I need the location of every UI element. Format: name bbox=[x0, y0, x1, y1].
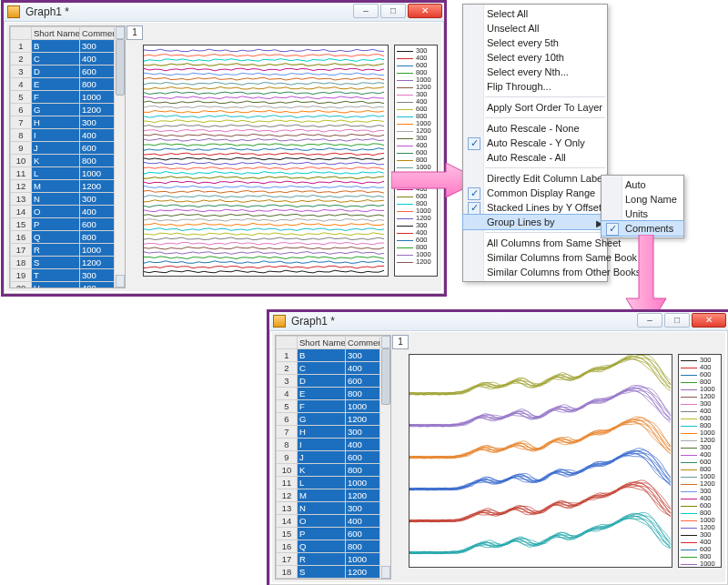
table-row[interactable]: 10K800 bbox=[277, 464, 390, 477]
row-header[interactable]: 20 bbox=[11, 282, 32, 289]
cell[interactable]: Q bbox=[298, 540, 346, 553]
table-row[interactable]: 8I400 bbox=[277, 439, 390, 451]
cell[interactable]: B bbox=[298, 349, 346, 362]
row-header[interactable]: 2 bbox=[11, 53, 32, 66]
row-header[interactable]: 13 bbox=[11, 193, 32, 206]
table-row[interactable]: 15P600 bbox=[11, 218, 125, 231]
row-header[interactable]: 11 bbox=[11, 167, 32, 180]
cell[interactable]: D bbox=[298, 375, 346, 388]
minimize-button[interactable]: – bbox=[353, 4, 379, 18]
cell[interactable]: E bbox=[32, 78, 80, 91]
layer-button[interactable]: 1 bbox=[392, 335, 409, 349]
menu-item[interactable]: Group Lines by▶ bbox=[463, 215, 607, 229]
cell[interactable]: M bbox=[298, 489, 346, 502]
menu-item[interactable]: Long Name bbox=[602, 192, 683, 207]
table-row[interactable]: 18S1200 bbox=[11, 257, 125, 269]
table-row[interactable]: 20U400 bbox=[11, 282, 125, 289]
table-row[interactable]: 9J600 bbox=[11, 142, 125, 155]
menu-item[interactable]: Auto Rescale - None bbox=[463, 121, 607, 136]
table-row[interactable]: 19T300 bbox=[277, 579, 390, 580]
cell[interactable]: R bbox=[32, 244, 80, 257]
menu-item[interactable]: Units bbox=[602, 207, 683, 221]
row-header[interactable]: 9 bbox=[277, 451, 298, 464]
scrollbar-vertical[interactable] bbox=[379, 336, 391, 579]
cell[interactable]: G bbox=[32, 104, 80, 116]
layer-button[interactable]: 1 bbox=[126, 25, 143, 40]
row-header[interactable]: 10 bbox=[277, 464, 298, 477]
cell[interactable]: S bbox=[32, 257, 80, 269]
menu-item[interactable]: Select every 5th bbox=[463, 35, 607, 50]
scroll-thumb[interactable] bbox=[381, 348, 390, 405]
menu-item[interactable]: Auto Rescale - All bbox=[463, 150, 607, 165]
cell[interactable]: P bbox=[298, 528, 346, 540]
table-row[interactable]: 1B300 bbox=[11, 40, 125, 53]
row-header[interactable]: 16 bbox=[11, 231, 32, 244]
cell[interactable]: H bbox=[32, 116, 80, 129]
cell[interactable]: O bbox=[298, 515, 346, 528]
cell[interactable]: T bbox=[32, 269, 80, 282]
row-header[interactable]: 12 bbox=[277, 489, 298, 502]
menu-item[interactable]: Auto bbox=[602, 177, 683, 192]
row-header[interactable]: 7 bbox=[11, 116, 32, 129]
table-row[interactable]: 17R1000 bbox=[11, 244, 125, 257]
cell[interactable]: S bbox=[298, 566, 346, 579]
scroll-up-arrow-icon[interactable] bbox=[116, 26, 125, 39]
table-row[interactable]: 19T300 bbox=[11, 269, 125, 282]
table-row[interactable]: 14O400 bbox=[277, 515, 390, 528]
close-button[interactable]: ✕ bbox=[408, 4, 442, 18]
table-row[interactable]: 17R1000 bbox=[277, 553, 390, 566]
scroll-down-arrow-icon[interactable] bbox=[381, 566, 390, 579]
row-header[interactable]: 17 bbox=[277, 553, 298, 566]
table-row[interactable]: 15P600 bbox=[277, 528, 390, 540]
row-header[interactable]: 19 bbox=[277, 579, 298, 580]
table-row[interactable]: 3D600 bbox=[277, 375, 390, 388]
minimize-button[interactable]: – bbox=[637, 313, 662, 328]
menu-item[interactable]: Similar Columns from Other Books... bbox=[463, 265, 607, 279]
row-header[interactable]: 11 bbox=[277, 477, 298, 489]
table-row[interactable]: 7H300 bbox=[11, 116, 125, 129]
cell[interactable]: E bbox=[298, 388, 346, 400]
menu-item[interactable]: ✓Common Display Range bbox=[463, 186, 607, 200]
table-row[interactable]: 2C400 bbox=[277, 362, 390, 375]
cell[interactable]: M bbox=[32, 180, 80, 193]
menu-item[interactable]: Select every Nth... bbox=[463, 65, 607, 79]
row-header[interactable]: 4 bbox=[11, 78, 32, 91]
cell[interactable]: J bbox=[32, 142, 80, 155]
column-header[interactable]: Short Name bbox=[298, 337, 346, 349]
table-row[interactable]: 18S1200 bbox=[277, 566, 390, 579]
table-row[interactable]: 13N300 bbox=[277, 502, 390, 515]
maximize-button[interactable]: □ bbox=[380, 4, 406, 18]
close-button[interactable]: ✕ bbox=[692, 313, 726, 328]
cell[interactable]: K bbox=[298, 464, 346, 477]
row-header[interactable]: 8 bbox=[11, 129, 32, 142]
row-header[interactable]: 1 bbox=[11, 40, 32, 53]
cell[interactable]: L bbox=[298, 477, 346, 489]
row-header[interactable]: 5 bbox=[11, 91, 32, 104]
row-header[interactable]: 14 bbox=[11, 206, 32, 218]
table-row[interactable]: 2C400 bbox=[11, 53, 125, 66]
cell[interactable]: K bbox=[32, 155, 80, 167]
menu-item[interactable]: Select every 10th bbox=[463, 50, 607, 65]
table-row[interactable]: 16Q800 bbox=[277, 540, 390, 553]
row-header[interactable]: 8 bbox=[277, 439, 298, 451]
scroll-down-arrow-icon[interactable] bbox=[116, 275, 125, 287]
plot-area-stacked[interactable]: 50,000100,000150,000200,0002030405060 bbox=[143, 45, 389, 277]
row-header[interactable]: 5 bbox=[277, 400, 298, 413]
maximize-button[interactable]: □ bbox=[664, 313, 690, 328]
row-header[interactable]: 2 bbox=[277, 362, 298, 375]
menu-item[interactable]: ✓Stacked Lines by Y Offset bbox=[463, 200, 607, 215]
table-row[interactable]: 16Q800 bbox=[11, 231, 125, 244]
cell[interactable]: P bbox=[32, 218, 80, 231]
menu-item[interactable]: All Columns from Same Sheet bbox=[463, 236, 607, 250]
row-header[interactable]: 4 bbox=[277, 388, 298, 400]
row-header[interactable]: 14 bbox=[277, 515, 298, 528]
row-header[interactable]: 7 bbox=[277, 426, 298, 439]
menu-item[interactable]: ✓Comments bbox=[602, 221, 683, 236]
cell[interactable]: N bbox=[32, 193, 80, 206]
titlebar[interactable]: Graph1 * – □ ✕ bbox=[269, 312, 728, 331]
row-header[interactable]: 3 bbox=[11, 66, 32, 78]
row-header[interactable]: 6 bbox=[277, 413, 298, 426]
menu-item[interactable]: Directly Edit Column Labels bbox=[463, 171, 607, 186]
scroll-up-arrow-icon[interactable] bbox=[381, 336, 390, 348]
row-header[interactable]: 17 bbox=[11, 244, 32, 257]
